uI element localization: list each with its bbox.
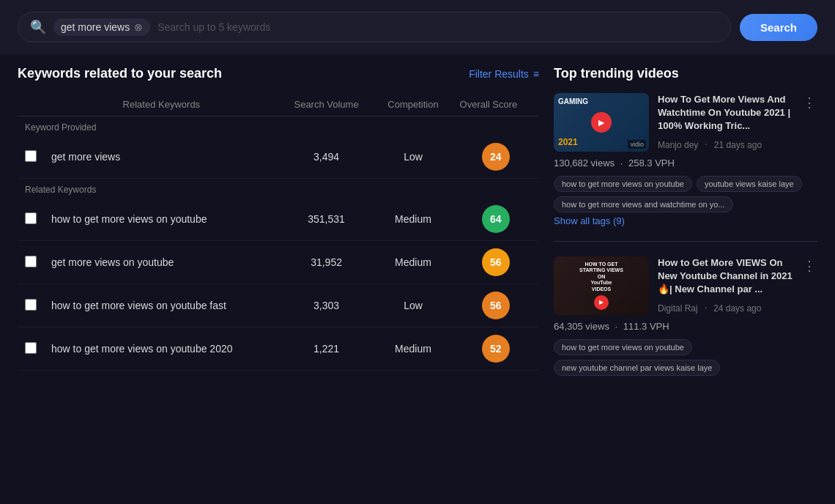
- tag-chip[interactable]: how to get more views and watchtime on y…: [554, 196, 733, 212]
- video-date: 21 days ago: [714, 140, 762, 150]
- video-thumbnail: GAMING ▶ 2021 vidio: [554, 93, 649, 152]
- video-meta: Manjo dey · 21 days ago: [658, 138, 793, 151]
- tag-chip[interactable]: how to get more views on youtube: [554, 339, 692, 355]
- video-meta: Digital Raj · 24 days ago: [658, 301, 793, 314]
- video-stats: 130,682 views · 258.3 VPH: [554, 158, 817, 168]
- score-col-header: Overall Score: [453, 93, 539, 116]
- thumb-views-text: HOW TO GETSTARTING VIEWSONYouTubeVIDEOS: [579, 262, 623, 292]
- video-divider: [554, 241, 817, 242]
- video-card-top: GAMING ▶ 2021 vidio How To Get More View…: [554, 93, 817, 152]
- video-thumbnail-gaming: GAMING ▶ 2021 vidio: [554, 93, 649, 152]
- competition-cell: Medium: [374, 241, 452, 284]
- table-row: how to get more views on youtube 2020 1,…: [18, 327, 539, 371]
- score-cell: 52: [453, 327, 539, 371]
- video-title: How to Get More VIEWS On New Youtube Cha…: [658, 256, 793, 297]
- search-icon: 🔍: [30, 19, 46, 35]
- show-all-tags-button[interactable]: Show all tags (9): [554, 212, 625, 229]
- keyword-cell: how to get more views on youtube: [44, 198, 279, 241]
- tag-chip[interactable]: how to get more views on youtube: [554, 176, 692, 192]
- video-menu-button[interactable]: ⋮: [801, 256, 817, 275]
- vph: 111.3 VPH: [623, 321, 669, 332]
- score-badge: 52: [482, 335, 510, 363]
- volume-cell: 1,221: [279, 327, 374, 371]
- left-panel: Keywords related to your search Filter R…: [18, 66, 539, 488]
- table-row: how to get more views on youtube 351,531…: [18, 198, 539, 241]
- tag-chip[interactable]: youtube views kaise laye: [697, 176, 802, 192]
- video-date: 24 days ago: [713, 303, 761, 314]
- search-tag-text: get more views: [61, 21, 130, 33]
- volume-cell: 31,952: [279, 241, 374, 284]
- tags-container: how to get more views on youtubeyoutube …: [554, 176, 817, 212]
- row-checkbox[interactable]: [25, 150, 37, 162]
- main-content: Keywords related to your search Filter R…: [0, 54, 835, 500]
- score-cell: 24: [453, 136, 539, 179]
- keywords-table: Related Keywords Search Volume Competiti…: [18, 93, 539, 371]
- table-row: get more views 3,494 Low 24: [18, 136, 539, 179]
- score-cell: 56: [453, 284, 539, 327]
- video-info: How to Get More VIEWS On New Youtube Cha…: [658, 256, 793, 314]
- row-checkbox[interactable]: [25, 299, 37, 311]
- video-thumbnail-views: HOW TO GETSTARTING VIEWSONYouTubeVIDEOS …: [554, 256, 649, 315]
- video-menu-button[interactable]: ⋮: [801, 93, 817, 112]
- keyword-text: how to get more views on youtube: [51, 213, 207, 225]
- play-icon[interactable]: ▶: [594, 295, 609, 310]
- row-checkbox-cell: [18, 284, 44, 327]
- volume-cell: 3,494: [279, 136, 374, 179]
- search-tag[interactable]: get more views ⊗: [53, 18, 150, 36]
- view-count: 64,305 views: [554, 321, 609, 332]
- right-panel: Top trending videos GAMING ▶ 2021 vidio …: [554, 66, 817, 488]
- score-cell: 64: [453, 198, 539, 241]
- table-row: get more views on youtube 31,952 Medium …: [18, 241, 539, 284]
- search-button[interactable]: Search: [740, 14, 817, 41]
- row-checkbox[interactable]: [25, 342, 37, 354]
- table-row: how to get more views on youtube fast 3,…: [18, 284, 539, 327]
- video-title: How To Get More Views And Watchtime On Y…: [658, 93, 793, 133]
- close-icon[interactable]: ⊗: [134, 21, 143, 33]
- row-checkbox[interactable]: [25, 212, 37, 224]
- search-bar-container: 🔍 get more views ⊗ Search up to 5 keywor…: [0, 0, 835, 54]
- keyword-cell: get more views: [44, 136, 279, 179]
- video-info: How To Get More Views And Watchtime On Y…: [658, 93, 793, 151]
- vph: 258.3 VPH: [628, 158, 675, 168]
- volume-col-header: Search Volume: [279, 93, 374, 116]
- section-label: Related Keywords: [18, 179, 539, 199]
- video-card-top: HOW TO GETSTARTING VIEWSONYouTubeVIDEOS …: [554, 256, 817, 315]
- volume-cell: 351,531: [279, 198, 374, 241]
- tags-container: how to get more views on youtubenew yout…: [554, 339, 817, 376]
- keyword-cell: get more views on youtube: [44, 241, 279, 284]
- panel-header: Keywords related to your search Filter R…: [18, 66, 539, 81]
- score-badge: 64: [482, 205, 510, 233]
- dot-separator: ·: [704, 301, 707, 314]
- volume-cell: 3,303: [279, 284, 374, 327]
- video-stats: 64,305 views · 111.3 VPH: [554, 321, 817, 332]
- competition-cell: Medium: [374, 198, 452, 241]
- keyword-cell: how to get more views on youtube 2020: [44, 327, 279, 371]
- search-placeholder: Search up to 5 keywords: [157, 21, 719, 33]
- video-channel: Manjo dey: [658, 140, 698, 150]
- row-checkbox-cell: [18, 241, 44, 284]
- vidio-logo: vidio: [628, 140, 646, 149]
- right-panel-title: Top trending videos: [554, 66, 817, 81]
- competition-cell: Low: [374, 136, 452, 179]
- video-card: HOW TO GETSTARTING VIEWSONYouTubeVIDEOS …: [554, 256, 817, 376]
- filter-icon: ≡: [533, 68, 539, 80]
- tag-chip[interactable]: new youtube channel par views kaise laye: [554, 360, 720, 376]
- thumb-title: GAMING: [558, 97, 588, 105]
- filter-results-label: Filter Results: [469, 68, 529, 80]
- keyword-text: get more views on youtube: [51, 256, 174, 268]
- competition-col-header: Competition: [374, 93, 452, 116]
- row-checkbox-cell: [18, 198, 44, 241]
- left-panel-title: Keywords related to your search: [18, 66, 222, 81]
- keyword-text: how to get more views on youtube fast: [51, 300, 226, 311]
- checkbox-header-col: [18, 93, 44, 116]
- section-label: Keyword Provided: [18, 116, 539, 136]
- videos-container: GAMING ▶ 2021 vidio How To Get More View…: [554, 93, 817, 376]
- score-badge: 56: [482, 292, 510, 319]
- competition-cell: Medium: [374, 327, 452, 371]
- play-icon[interactable]: ▶: [591, 112, 612, 133]
- thumb-year: 2021: [558, 137, 578, 147]
- filter-results-button[interactable]: Filter Results ≡: [469, 68, 539, 80]
- score-badge: 56: [482, 248, 510, 276]
- stats-dot: ·: [615, 321, 620, 332]
- row-checkbox[interactable]: [25, 256, 37, 267]
